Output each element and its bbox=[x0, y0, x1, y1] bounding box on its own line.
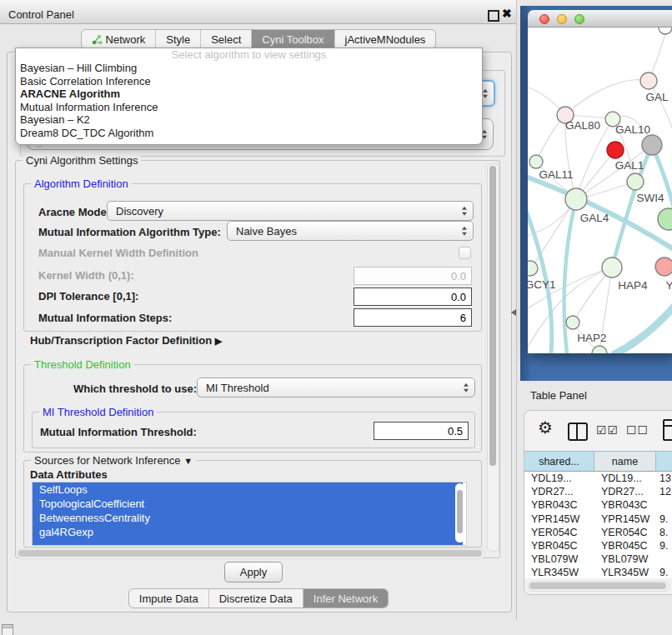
network-node[interactable] bbox=[528, 261, 538, 276]
popup-item[interactable]: Basic Correlation Inference bbox=[16, 75, 482, 88]
table-row[interactable]: YBL079WYBL079W bbox=[524, 552, 672, 566]
mi-steps-field[interactable] bbox=[354, 308, 472, 327]
network-node-label: GCY1 bbox=[528, 278, 555, 291]
list-vscrollbar-thumb[interactable] bbox=[457, 490, 463, 533]
mi-type-label: Mutual Information Algorithm Type: bbox=[38, 226, 221, 238]
table-panel-title: Table Panel bbox=[530, 389, 587, 402]
network-window: GALGAL80GAL10GAL11GAL1SWI4GAL4GCY1HAP4YH… bbox=[528, 10, 672, 353]
tab-cyni-toolbox[interactable]: Cyni Toolbox bbox=[251, 30, 333, 48]
network-node[interactable] bbox=[627, 173, 644, 190]
network-node[interactable] bbox=[529, 155, 543, 168]
attribute-item[interactable]: SelfLoops bbox=[33, 482, 463, 497]
settings-vscrollbar[interactable] bbox=[487, 163, 499, 552]
list-vscrollbar[interactable] bbox=[455, 483, 464, 542]
popup-item[interactable]: Dream8 DC_TDC Algorithm bbox=[16, 127, 482, 140]
combo-arrows-icon bbox=[483, 89, 488, 98]
mi-threshold-label: Mutual Information Threshold: bbox=[40, 426, 197, 438]
network-node[interactable] bbox=[607, 142, 624, 158]
mi-type-combobox[interactable]: Naive Bayes bbox=[227, 221, 474, 241]
popup-item-selected[interactable]: ARACNE Algorithm bbox=[16, 88, 482, 101]
tab-discretize-data[interactable]: Discretize Data bbox=[208, 589, 303, 608]
control-panel-title: Control Panel bbox=[8, 8, 74, 21]
network-node-label: Y bbox=[665, 279, 672, 292]
data-attributes-list: SelfLoops TopologicalCoefficient Between… bbox=[32, 482, 467, 546]
tab-cyni-toolbox-label: Cyni Toolbox bbox=[262, 33, 323, 46]
network-node-label: GAL10 bbox=[615, 123, 650, 136]
column-header-clipped[interactable] bbox=[656, 451, 672, 472]
algorithm-dropdown-popup: Select algorithm to view settings Bayesi… bbox=[15, 48, 483, 145]
mi-threshold-field[interactable] bbox=[374, 422, 469, 440]
manual-kernel-checkbox[interactable] bbox=[459, 247, 471, 259]
zoom-traffic-light[interactable] bbox=[574, 14, 584, 24]
tab-impute-data[interactable]: Impute Data bbox=[129, 589, 208, 608]
close-icon[interactable]: ✖ bbox=[502, 7, 512, 20]
attribute-item[interactable]: TopologicalCoefficient bbox=[33, 497, 463, 511]
tab-impute-data-label: Impute Data bbox=[139, 592, 198, 605]
network-node-label: GAL bbox=[645, 91, 669, 103]
aracne-mode-combobox[interactable]: Discovery bbox=[107, 201, 474, 221]
network-window-titlebar[interactable] bbox=[528, 10, 672, 28]
network-node[interactable] bbox=[640, 72, 657, 89]
attribute-item[interactable]: BetweennessCentrality bbox=[33, 511, 463, 525]
table-row[interactable]: YDR27...YDR27...12 bbox=[524, 485, 672, 498]
popup-item[interactable]: Bayesian – Hill Climbing bbox=[16, 62, 482, 75]
attribute-item[interactable] bbox=[33, 539, 463, 546]
settings-hscrollbar-thumb[interactable] bbox=[18, 550, 482, 557]
hub-definition-expander[interactable]: Hub/Transcription Factor Definition ▶ bbox=[30, 334, 222, 347]
combo-arrows-icon bbox=[462, 207, 467, 216]
settings-hscrollbar[interactable] bbox=[17, 548, 485, 559]
kernel-width-field[interactable] bbox=[354, 267, 472, 285]
network-node[interactable] bbox=[659, 28, 672, 34]
gear-icon[interactable]: ⚙ bbox=[538, 418, 553, 438]
table-row[interactable]: YDL19...YDL19...13 bbox=[524, 472, 672, 485]
deselect-all-icon[interactable]: ☐☐ bbox=[626, 423, 649, 437]
tab-jactivemnodules[interactable]: jActiveMNodules bbox=[334, 30, 436, 48]
table-header-row: shared... name bbox=[524, 451, 672, 472]
bottom-tabbar-wrap: Impute Data Discretize Data Infer Networ… bbox=[0, 588, 517, 608]
network-node[interactable] bbox=[658, 208, 672, 230]
mi-steps-label: Mutual Information Steps: bbox=[38, 312, 172, 324]
table-hscrollbar[interactable] bbox=[528, 581, 669, 592]
select-all-icon[interactable]: ☑☑ bbox=[596, 423, 619, 437]
popup-placeholder: Select algorithm to view settings bbox=[16, 48, 482, 62]
apply-button[interactable]: Apply bbox=[224, 562, 283, 582]
tab-infer-network[interactable]: Infer Network bbox=[303, 589, 388, 608]
network-node[interactable] bbox=[642, 135, 662, 155]
tab-select[interactable]: Select bbox=[200, 30, 251, 48]
column-layout-icon[interactable] bbox=[568, 422, 588, 441]
network-node[interactable] bbox=[592, 346, 607, 353]
dpi-tolerance-field[interactable] bbox=[354, 288, 472, 306]
sources-group-title[interactable]: Sources for Network Inference ▼ bbox=[31, 454, 196, 467]
network-canvas[interactable]: GALGAL80GAL10GAL11GAL1SWI4GAL4GCY1HAP4YH… bbox=[528, 28, 672, 353]
table-row[interactable]: YBR045CYBR045C9. bbox=[524, 539, 672, 552]
column-header-shared[interactable]: shared... bbox=[524, 451, 594, 472]
network-node[interactable] bbox=[602, 258, 622, 278]
network-node[interactable] bbox=[566, 316, 579, 329]
table-mode-icon[interactable] bbox=[663, 419, 672, 441]
network-node[interactable] bbox=[565, 188, 587, 210]
popup-item[interactable]: Mutual Information Inference bbox=[16, 101, 482, 114]
column-header-name[interactable]: name bbox=[594, 451, 656, 472]
minimized-panel-icon[interactable] bbox=[2, 624, 13, 635]
tab-style[interactable]: Style bbox=[155, 30, 200, 48]
float-window-icon[interactable] bbox=[488, 10, 499, 22]
attribute-item[interactable]: gal4RGexp bbox=[33, 525, 463, 539]
table-row[interactable]: YER054CYER054C8. bbox=[524, 526, 672, 539]
close-traffic-light[interactable] bbox=[539, 14, 549, 24]
settings-vscrollbar-thumb[interactable] bbox=[489, 166, 496, 466]
table-row[interactable]: YLR345WYLR345W9. bbox=[524, 566, 672, 578]
settings-group-title: Cyni Algorithm Settings bbox=[23, 154, 141, 167]
popup-item[interactable]: Bayesian – K2 bbox=[16, 113, 482, 127]
table-hscrollbar-thumb[interactable] bbox=[529, 582, 666, 589]
tab-network[interactable]: Network bbox=[82, 30, 156, 48]
network-node[interactable] bbox=[655, 258, 672, 276]
network-node-label: GAL80 bbox=[565, 119, 600, 132]
tab-select-label: Select bbox=[211, 33, 241, 46]
table-row[interactable]: YPR145WYPR145W9. bbox=[524, 512, 672, 526]
algorithm-definition-title: Algorithm Definition bbox=[31, 178, 132, 190]
table-row[interactable]: YBR043CYBR043C bbox=[524, 498, 672, 512]
minimize-traffic-light[interactable] bbox=[557, 14, 567, 24]
splitter-collapse-arrow[interactable] bbox=[511, 309, 516, 316]
hub-definition-label: Hub/Transcription Factor Definition bbox=[30, 334, 212, 347]
which-threshold-combobox[interactable]: MI Threshold bbox=[197, 378, 475, 398]
